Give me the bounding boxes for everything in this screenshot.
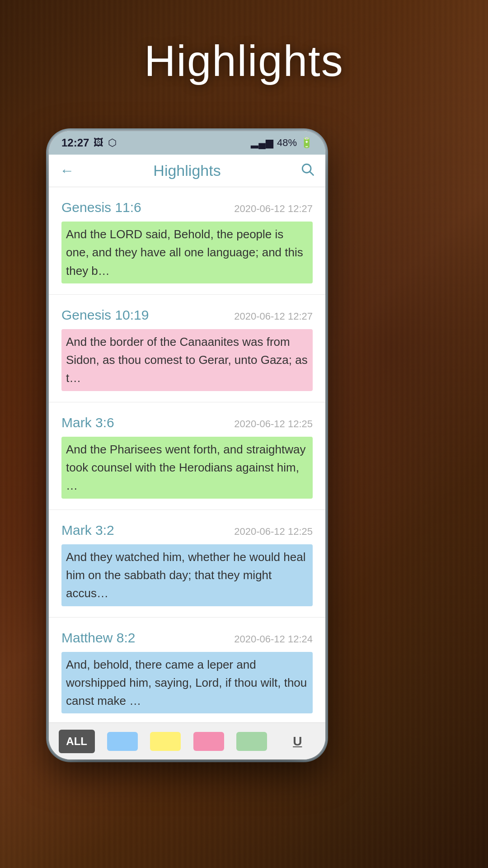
- all-tab[interactable]: ALL: [59, 730, 95, 753]
- item-header-2: Mark 3:6 2020-06-12 12:25: [61, 415, 313, 430]
- status-bar: 12:27 🖼 ⬡ ▂▄▆ 48% 🔋: [49, 131, 325, 155]
- pink-color-tab[interactable]: [193, 732, 224, 751]
- battery-icon: 🔋: [300, 137, 313, 149]
- item-header-1: Genesis 10:19 2020-06-12 12:27: [61, 307, 313, 323]
- back-button[interactable]: ←: [60, 162, 74, 179]
- status-right: ▂▄▆ 48% 🔋: [251, 137, 313, 149]
- item-reference-4: Matthew 8:2: [61, 630, 135, 646]
- blue-color-tab[interactable]: [107, 732, 138, 751]
- underline-tab[interactable]: U: [279, 730, 315, 753]
- svg-line-1: [310, 172, 313, 175]
- item-date-2: 2020-06-12 12:25: [234, 418, 313, 430]
- item-reference-0: Genesis 11:6: [61, 200, 141, 215]
- nav-title: Highlights: [153, 162, 221, 179]
- bottom-bar: ALL U: [49, 722, 325, 760]
- item-text-2: And the Pharisees went forth, and straig…: [61, 437, 313, 499]
- green-color-tab[interactable]: [236, 732, 267, 751]
- item-reference-1: Genesis 10:19: [61, 307, 149, 323]
- page-title: Highlights: [0, 36, 488, 86]
- item-date-3: 2020-06-12 12:25: [234, 526, 313, 538]
- item-header-4: Matthew 8:2 2020-06-12 12:24: [61, 630, 313, 646]
- item-text-4: And, behold, there came a leper and wors…: [61, 652, 313, 714]
- battery-text: 48%: [277, 137, 297, 149]
- highlight-item-2[interactable]: Mark 3:6 2020-06-12 12:25 And the Pharis…: [49, 402, 325, 510]
- item-text-3: And they watched him, whether he would h…: [61, 544, 313, 606]
- item-date-1: 2020-06-12 12:27: [234, 311, 313, 322]
- phone-frame: 12:27 🖼 ⬡ ▂▄▆ 48% 🔋 ← Highlights Genesis…: [49, 131, 325, 760]
- item-date-0: 2020-06-12 12:27: [234, 203, 313, 215]
- highlight-item-1[interactable]: Genesis 10:19 2020-06-12 12:27 And the b…: [49, 295, 325, 402]
- item-text-0: And the LORD said, Behold, the people is…: [61, 222, 313, 283]
- nav-bar: ← Highlights: [49, 155, 325, 187]
- status-left: 12:27 🖼 ⬡: [61, 137, 117, 149]
- item-reference-3: Mark 3:2: [61, 523, 114, 538]
- item-reference-2: Mark 3:6: [61, 415, 114, 430]
- highlight-item-0[interactable]: Genesis 11:6 2020-06-12 12:27 And the LO…: [49, 187, 325, 295]
- item-text-1: And the border of the Canaanites was fro…: [61, 329, 313, 391]
- yellow-color-tab[interactable]: [150, 732, 181, 751]
- item-date-4: 2020-06-12 12:24: [234, 633, 313, 645]
- page-title-area: Highlights: [0, 36, 488, 86]
- item-header-3: Mark 3:2 2020-06-12 12:25: [61, 523, 313, 538]
- photo-status-icon: 🖼: [94, 137, 103, 149]
- item-header-0: Genesis 11:6 2020-06-12 12:27: [61, 200, 313, 215]
- content-area[interactable]: Genesis 11:6 2020-06-12 12:27 And the LO…: [49, 187, 325, 722]
- signal-icon: ▂▄▆: [251, 137, 273, 149]
- search-button[interactable]: [300, 162, 314, 180]
- status-time: 12:27: [61, 137, 89, 149]
- bluetooth-status-icon: ⬡: [108, 137, 117, 149]
- highlight-item-4[interactable]: Matthew 8:2 2020-06-12 12:24 And, behold…: [49, 618, 325, 722]
- highlight-item-3[interactable]: Mark 3:2 2020-06-12 12:25 And they watch…: [49, 510, 325, 618]
